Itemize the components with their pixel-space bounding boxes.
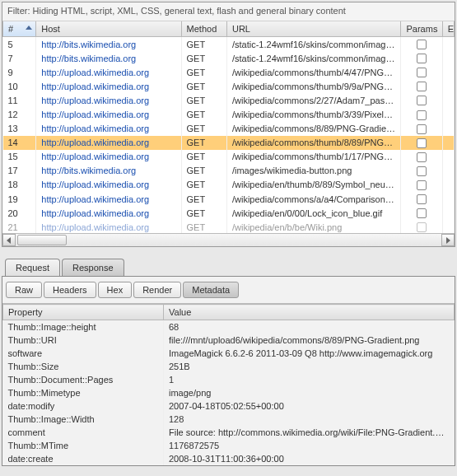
col-params[interactable]: Params [401,21,442,37]
host-link[interactable]: http://upload.wikimedia.org [41,138,149,147]
table-row[interactable]: 13http://upload.wikimedia.orgGET/wikiped… [3,122,455,136]
scroll-right-button[interactable] [441,234,455,246]
metadata-row[interactable]: Thumb::Document::Pages1 [3,373,455,386]
host-link[interactable]: http://upload.wikimedia.org [41,124,149,133]
host-link[interactable]: http://upload.wikimedia.org [41,110,149,119]
host-link[interactable]: http://bits.wikimedia.org [41,40,136,49]
cell-method: GET [181,51,226,65]
host-link[interactable]: http://upload.wikimedia.org [41,82,149,91]
cell-num: 10 [3,79,36,93]
scroll-left-button[interactable] [2,234,16,246]
col-number[interactable]: # [3,21,36,37]
horizontal-scrollbar[interactable] [2,233,455,246]
params-checkbox[interactable] [417,180,427,190]
cell-end [442,178,454,192]
cell-params [401,150,442,164]
metadata-row[interactable]: Thumb::Image::Width128 [3,413,455,426]
subtab-render[interactable]: Render [133,282,181,298]
params-checkbox[interactable] [417,208,427,218]
cell-url: /wikipedia/en/b/be/Wiki.png [226,220,401,233]
table-row[interactable]: 9http://upload.wikimedia.orgGET/wikipedi… [3,65,455,79]
params-checkbox[interactable] [417,96,427,105]
cell-params [401,164,442,178]
params-checkbox[interactable] [417,222,427,232]
cell-end [442,136,454,150]
table-row[interactable]: 17http://bits.wikimedia.orgGET/images/wi… [3,164,455,178]
host-link[interactable]: http://upload.wikimedia.org [41,180,149,189]
params-checkbox[interactable] [417,124,427,134]
meta-value: 1 [164,373,455,386]
cell-method: GET [181,136,226,150]
cell-host: http://upload.wikimedia.org [36,122,181,136]
host-link[interactable]: http://upload.wikimedia.org [41,208,149,218]
filter-label: Filter: Hiding HTML, script, XML, CSS, g… [2,2,455,21]
metadata-row[interactable]: date:create2008-10-31T11:00:36+00:00 [3,452,455,465]
host-link[interactable]: http://bits.wikimedia.org [41,54,136,63]
cell-method: GET [181,206,226,220]
scroll-thumb[interactable] [17,235,67,245]
table-row[interactable]: 20http://upload.wikimedia.orgGET/wikiped… [3,206,455,220]
host-link[interactable]: http://bits.wikimedia.org [41,166,136,175]
table-row[interactable]: 15http://upload.wikimedia.orgGET/wikiped… [3,150,455,164]
cell-url: /wikipedia/en/thumb/8/89/Symbol_neutr... [226,178,401,192]
metadata-row[interactable]: softwareImageMagick 6.6.2-6 2011-03-09 Q… [3,347,455,360]
params-checkbox[interactable] [417,54,427,63]
metadata-row[interactable]: Thumb::URIfile:///mnt/upload6/wikipedia/… [3,334,455,347]
metadata-row[interactable]: date:modify2007-04-18T05:02:55+00:00 [3,399,455,413]
params-checkbox[interactable] [417,194,427,204]
col-url[interactable]: URL [226,21,401,37]
meta-value: 1176872575 [164,439,455,452]
table-row[interactable]: 5http://bits.wikimedia.orgGET/static-1.2… [3,37,455,52]
metadata-header-row: Property Value [3,305,455,320]
params-checkbox[interactable] [417,68,427,77]
cell-url: /wikipedia/commons/thumb/9/9a/PNG_tr... [226,79,401,93]
col-property[interactable]: Property [3,305,164,320]
params-checkbox[interactable] [417,152,427,162]
cell-end [442,93,454,107]
cell-end [442,107,454,121]
metadata-row[interactable]: commentFile source: http://commons.wikim… [3,426,455,439]
table-row[interactable]: 21http://upload.wikimedia.orgGET/wikiped… [3,220,455,233]
cell-num: 14 [3,136,36,150]
col-method[interactable]: Method [181,21,226,37]
table-row[interactable]: 18http://upload.wikimedia.orgGET/wikiped… [3,178,455,192]
table-row[interactable]: 14http://upload.wikimedia.orgGET/wikiped… [3,136,455,150]
tab-request[interactable]: Request [5,259,60,276]
table-row[interactable]: 12http://upload.wikimedia.orgGET/wikiped… [3,107,455,121]
col-value[interactable]: Value [164,305,455,320]
cell-url: /wikipedia/commons/a/a4/Comparison_o... [226,192,401,206]
table-row[interactable]: 11http://upload.wikimedia.orgGET/wikiped… [3,93,455,107]
host-link[interactable]: http://upload.wikimedia.org [41,96,149,105]
metadata-row[interactable]: Thumb::MTime1176872575 [3,439,455,452]
host-link[interactable]: http://upload.wikimedia.org [41,68,149,77]
table-row[interactable]: 19http://upload.wikimedia.orgGET/wikiped… [3,192,455,206]
cell-num: 15 [3,150,36,164]
cell-num: 19 [3,192,36,206]
table-row[interactable]: 7http://bits.wikimedia.orgGET/static-1.2… [3,51,455,65]
params-checkbox[interactable] [417,138,427,148]
col-end[interactable]: E [442,21,454,37]
subtab-headers[interactable]: Headers [44,282,96,298]
subtab-hex[interactable]: Hex [98,282,133,298]
metadata-row[interactable]: Thumb::Size251B [3,360,455,373]
params-checkbox[interactable] [417,110,427,120]
host-link[interactable]: http://upload.wikimedia.org [41,152,149,161]
cell-method: GET [181,220,226,233]
cell-end [442,206,454,220]
params-checkbox[interactable] [417,166,427,176]
metadata-row[interactable]: Thumb::Mimetypeimage/png [3,386,455,399]
subtab-raw[interactable]: Raw [6,282,42,298]
table-row[interactable]: 10http://upload.wikimedia.orgGET/wikiped… [3,79,455,93]
tab-response[interactable]: Response [62,259,124,276]
host-link[interactable]: http://upload.wikimedia.org [41,194,149,204]
col-host[interactable]: Host [36,21,181,37]
subtab-metadata[interactable]: Metadata [183,282,239,298]
cell-host: http://upload.wikimedia.org [36,65,181,79]
metadata-row[interactable]: Thumb::Image::height68 [3,320,455,334]
host-link[interactable]: http://upload.wikimedia.org [41,222,149,232]
params-checkbox[interactable] [417,40,427,49]
cell-method: GET [181,122,226,136]
params-checkbox[interactable] [417,82,427,91]
meta-property: Thumb::Document::Pages [3,373,164,386]
cell-host: http://bits.wikimedia.org [36,37,181,52]
